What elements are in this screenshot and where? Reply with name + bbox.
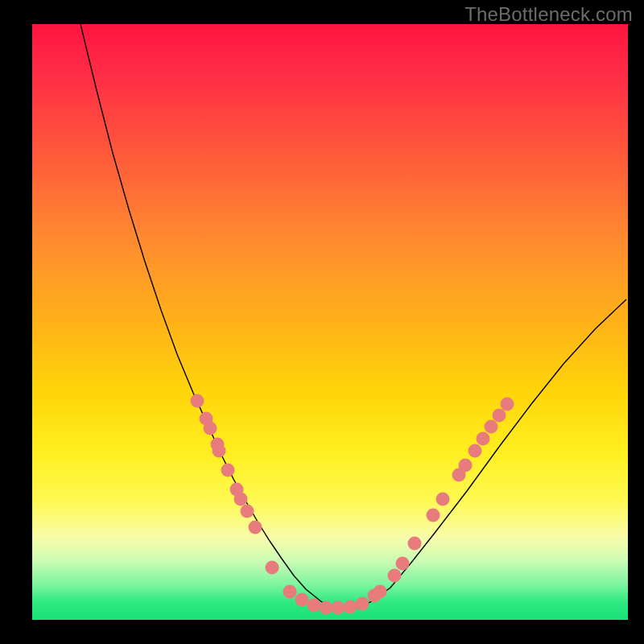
curve-marker bbox=[332, 601, 345, 615]
watermark-text: TheBottleneck.com bbox=[464, 3, 633, 26]
curve-marker bbox=[408, 537, 422, 551]
curve-marker bbox=[356, 597, 369, 611]
curve-marker bbox=[436, 493, 450, 506]
curve-marker bbox=[344, 601, 357, 614]
curve-marker bbox=[241, 505, 254, 518]
curve-marker bbox=[469, 444, 482, 458]
curve-marker bbox=[396, 557, 410, 571]
curve-marker bbox=[266, 561, 279, 575]
curve-marker bbox=[485, 420, 498, 434]
curve-marker bbox=[204, 422, 217, 436]
curve-marker bbox=[191, 394, 204, 408]
curve-marker bbox=[477, 432, 490, 446]
curve-marker bbox=[459, 459, 473, 473]
chart-svg bbox=[32, 24, 628, 620]
curve-marker bbox=[320, 601, 333, 615]
curve-marker bbox=[234, 493, 248, 506]
curve-marker bbox=[493, 409, 506, 423]
curve-marker bbox=[427, 509, 440, 522]
curve-marker bbox=[374, 585, 387, 599]
curve-marker bbox=[283, 585, 297, 599]
curve-marker bbox=[388, 569, 402, 583]
curve-marker bbox=[308, 599, 321, 613]
curve-markers bbox=[191, 394, 514, 615]
curve-marker bbox=[249, 521, 262, 535]
curve-marker bbox=[295, 593, 309, 607]
plot-area bbox=[32, 24, 628, 620]
curve-marker bbox=[221, 464, 235, 477]
curve-marker bbox=[501, 398, 514, 411]
chart-frame: TheBottleneck.com bbox=[0, 0, 644, 644]
curve-marker bbox=[213, 444, 226, 458]
bottleneck-curve bbox=[80, 24, 626, 609]
